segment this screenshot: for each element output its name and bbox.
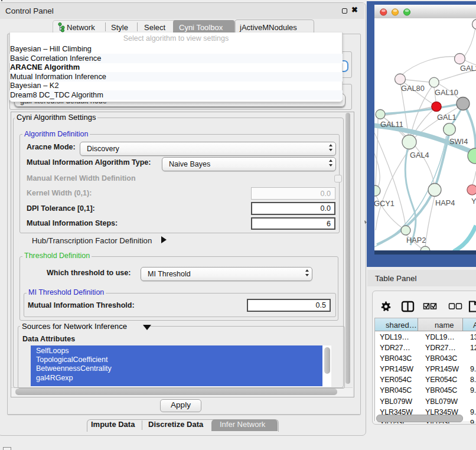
- svg-text:SWI4: SWI4: [449, 137, 468, 146]
- svg-text:GAL2: GAL2: [460, 64, 476, 73]
- svg-text:GAL4: GAL4: [410, 151, 429, 159]
- svg-text:Y: Y: [471, 197, 476, 206]
- svg-text:GAL80: GAL80: [401, 84, 425, 93]
- svg-text:GCY1: GCY1: [374, 199, 395, 208]
- svg-text:HAP4: HAP4: [435, 198, 455, 207]
- svg-text:GAL10: GAL10: [435, 88, 458, 97]
- svg-text:HAP2: HAP2: [406, 236, 426, 244]
- svg-text:GAL11: GAL11: [380, 120, 403, 129]
- svg-text:GAL1: GAL1: [437, 113, 457, 122]
